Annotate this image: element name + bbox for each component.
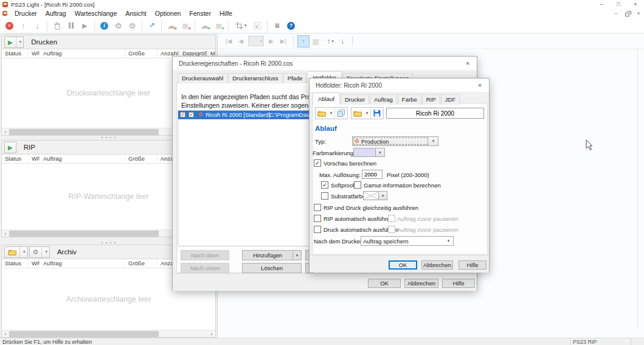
close-button[interactable]: × (627, 0, 644, 9)
fit-view-button[interactable] (251, 19, 265, 32)
chevron-down-icon[interactable]: ▾ (16, 37, 24, 47)
scroll-left-icon[interactable]: ‹ (2, 330, 9, 338)
rip-pause-checkbox[interactable] (388, 215, 395, 222)
rip-settings-button[interactable]: ⚙ (111, 19, 125, 32)
druck-automatisch-checkbox[interactable] (314, 226, 321, 233)
menu-optionen[interactable]: Optionen (151, 9, 185, 18)
load-settings-button[interactable] (351, 108, 364, 119)
first-page-button[interactable]: |◀ (223, 35, 235, 47)
scroll-left-icon[interactable]: ‹ (2, 230, 9, 237)
tab-druckeranschluss[interactable]: Druckeranschluss (228, 73, 283, 83)
chevron-down-icon[interactable]: ▾ (293, 251, 301, 260)
job-info-button[interactable]: i (97, 19, 111, 32)
menu-ansicht[interactable]: Ansicht (121, 9, 150, 18)
page-number-select[interactable]: ▾ (248, 36, 264, 46)
close-icon[interactable]: × (471, 78, 489, 92)
substratfarbe-colorbox[interactable] (363, 191, 379, 200)
column-status[interactable]: Status (2, 259, 29, 268)
preview-image-button[interactable]: ▦ (310, 35, 322, 47)
next-page-button[interactable]: ▶ (265, 35, 277, 47)
farbmarkierung-select[interactable]: ▾ (375, 148, 385, 157)
scroll-thumb[interactable] (9, 129, 159, 135)
close-icon[interactable]: × (459, 57, 477, 70)
gamut-checkbox[interactable] (354, 181, 361, 189)
mdi-minimize-button[interactable]: – (611, 10, 621, 16)
pause-job-button[interactable] (64, 19, 78, 32)
tab-druckerauswahl[interactable]: Druckerauswahl (178, 73, 227, 83)
chevron-down-icon[interactable]: ▾ (364, 108, 371, 119)
max-aufloesung-input[interactable] (362, 170, 383, 179)
tab-drucker[interactable]: Drucker (341, 94, 369, 105)
cloud-remove-button[interactable]: ☁× (164, 19, 178, 32)
minimize-button[interactable]: – (593, 0, 610, 9)
rip-und-druck-checkbox[interactable] (314, 204, 321, 211)
column-auftrag[interactable]: Auftrag (40, 49, 125, 58)
move-down-button[interactable]: Nach unten (181, 263, 229, 273)
cancel-job-button[interactable]: × (2, 19, 16, 32)
substratfarbe-checkbox[interactable] (321, 192, 328, 200)
copy-settings-button[interactable] (335, 108, 347, 119)
chevron-down-icon[interactable]: ▾ (41, 247, 49, 257)
druck-pause-checkbox[interactable] (388, 226, 395, 233)
start-print-queue-button[interactable]: ▶ ▾ (4, 37, 24, 48)
mdi-restore-icon[interactable] (625, 13, 629, 16)
save-settings-button[interactable] (371, 108, 383, 119)
scroll-left-icon[interactable]: ‹ (2, 128, 9, 136)
tab-ablauf[interactable]: Ablauf (313, 92, 340, 105)
menu-auftrag[interactable]: Auftrag (41, 9, 71, 18)
column-wf[interactable]: WF (29, 49, 40, 58)
column-groesse[interactable]: Größe (125, 155, 158, 163)
tab-jdf[interactable]: JDF (441, 94, 460, 105)
archive-settings-button[interactable]: ⚙ ▾ (29, 246, 50, 258)
cancel-button[interactable]: Abbrechen (404, 279, 438, 288)
open-external-button[interactable]: ↗ (145, 19, 159, 32)
delete-hotfolder-button[interactable]: Löschen (242, 263, 302, 273)
chevron-down-icon[interactable]: ▾ (19, 247, 27, 257)
scroll-thumb[interactable] (9, 331, 159, 337)
tab-pfade[interactable]: Pfade (283, 73, 307, 83)
cancel-button[interactable]: Abbrechen (421, 260, 453, 270)
help-button[interactable]: Hilfe (459, 260, 486, 270)
move-up-button[interactable]: ↑ (16, 19, 30, 32)
delete-job-button[interactable] (50, 19, 64, 32)
help-button[interactable]: Hilfe (442, 279, 475, 288)
schedule-remove-button[interactable]: ▦× (178, 19, 192, 32)
typ-select[interactable]: ⚙Production ▾ (352, 136, 438, 146)
tab-auftrag[interactable]: Auftrag (370, 94, 397, 105)
crop-button[interactable]: ▾ (231, 19, 251, 32)
help-button[interactable]: ? (284, 19, 298, 32)
chevron-down-icon[interactable]: ▾ (328, 108, 335, 119)
open-settings-button[interactable] (316, 108, 328, 119)
column-auftrag[interactable]: Auftrag (40, 259, 125, 268)
maximize-button[interactable]: □ (610, 0, 627, 9)
enabled-checkbox[interactable]: ✓ (189, 112, 194, 117)
move-up-button[interactable]: Nach oben (181, 250, 229, 260)
archive-queue-hscrollbar[interactable]: ‹ › (2, 330, 215, 337)
rip-automatisch-checkbox[interactable] (314, 215, 321, 222)
column-auftrag[interactable]: Auftrag (40, 155, 125, 163)
import-file-button[interactable]: ↑▾ (324, 35, 336, 47)
menu-warteschlange[interactable]: Warteschlange (71, 9, 122, 18)
list-view-button[interactable]: ≡ (270, 19, 284, 32)
settings-button[interactable]: ⚙ (125, 19, 139, 32)
move-down-button[interactable]: ↓ (30, 19, 44, 32)
previous-page-button[interactable]: ◀ (235, 35, 247, 47)
last-page-button[interactable]: ▶| (277, 35, 289, 47)
export-file-button[interactable]: ↓ (336, 35, 348, 47)
schedule-add-button[interactable]: ▦+ (212, 19, 226, 32)
column-wf[interactable]: WF (29, 259, 40, 268)
vorschau-checkbox[interactable]: ✓ (314, 159, 321, 167)
ok-button[interactable]: OK (368, 279, 401, 288)
hotfolder-name-input[interactable] (386, 108, 484, 119)
column-status[interactable]: Status (2, 49, 29, 58)
substratfarbe-select[interactable]: ▾ (378, 191, 387, 200)
column-status[interactable]: Status (2, 155, 29, 163)
start-rip-queue-button[interactable]: ▶ (4, 142, 16, 153)
scroll-right-icon[interactable]: › (208, 330, 215, 338)
menu-fenster[interactable]: Fenster (185, 9, 215, 18)
tab-rip[interactable]: RIP (422, 94, 440, 105)
cloud-add-button[interactable]: ☁+ (198, 19, 212, 32)
farbmarkierung-colorbox[interactable] (353, 148, 376, 157)
softproof-checkbox[interactable]: ✓ (321, 181, 328, 189)
load-job-button[interactable]: ↑ (297, 35, 310, 47)
